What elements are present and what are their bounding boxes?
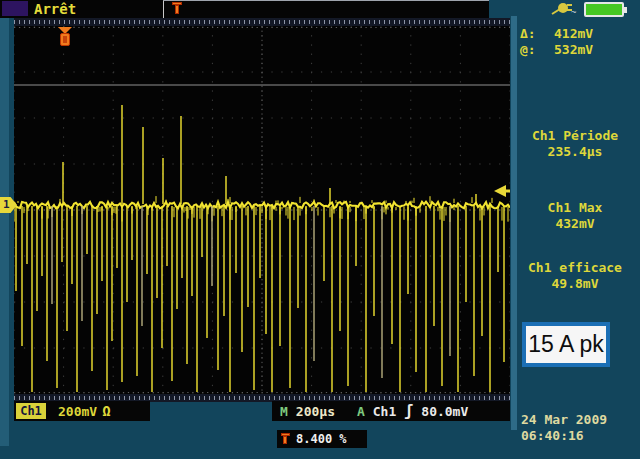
record-view-divider (163, 0, 164, 18)
bezel-edge-left (0, 14, 9, 446)
date-value: 24 Mar 2009 (521, 412, 607, 428)
measurement-period: Ch1 Période 235.4µs (512, 128, 638, 160)
horizontal-record-ruler (14, 18, 510, 26)
horizontal-trigger-readout: M 200µs A Ch1 ʃ 80.0mV (272, 401, 510, 421)
waveform-graticule (14, 26, 510, 394)
channel1-scale: 200mV (58, 404, 97, 419)
cursor-at-label: @: (516, 42, 554, 58)
trigger-level-arrow (494, 185, 506, 197)
channel1-badge: Ch1 (16, 403, 46, 419)
main-timebase-label: M (280, 404, 288, 419)
time-value: 06:40:16 (521, 428, 607, 444)
trigger-t-icon (281, 433, 291, 446)
rising-slope-icon: ʃ (404, 402, 413, 420)
channel1-readout: Ch1 200mV Ω (14, 401, 150, 421)
record-view-topline (163, 0, 489, 1)
battery-icon (584, 2, 624, 17)
measurement-value: 49.8mV (512, 276, 638, 292)
trigger-type-label: A (357, 404, 365, 419)
trigger-position-percent: 8.400 % (277, 430, 367, 448)
measurement-value: 235.4µs (512, 144, 638, 160)
cursor-readout: Δ: 412mV @: 532mV (516, 26, 636, 58)
top-status-bar: Arrêt (0, 0, 489, 18)
trigger-percent-value: 8.400 % (296, 432, 347, 446)
oscilloscope-screen: Arrêt ~ 1 Δ: 412mV @: 532mV (0, 0, 640, 459)
measurement-value: 432mV (512, 216, 638, 232)
measurement-rms: Ch1 efficace 49.8mV (512, 260, 638, 292)
measurement-max: Ch1 Max 432mV (512, 200, 638, 232)
measurement-label: Ch1 Période (512, 128, 638, 144)
cursor-delta-value: 412mV (554, 26, 593, 42)
cursor-delta-label: Δ: (516, 26, 554, 42)
measurement-label: Ch1 efficace (512, 260, 638, 276)
acquisition-status: Arrêt (34, 1, 76, 17)
trigger-record-position-icon (172, 2, 182, 15)
timebase-value: 200µs (296, 404, 335, 419)
trigger-position-marker-icon (57, 27, 73, 47)
brand-logo (2, 1, 28, 16)
channel1-coupling-ohm: Ω (102, 403, 110, 419)
svg-text:~: ~ (571, 7, 577, 17)
cursor-at-value: 532mV (554, 42, 593, 58)
measurement-label: Ch1 Max (512, 200, 638, 216)
trigger-source: Ch1 (373, 404, 396, 419)
ac-power-icon: ~ (551, 2, 579, 17)
annotation-callout: 15 A pk (522, 322, 610, 367)
datetime-display: 24 Mar 2009 06:40:16 (521, 412, 607, 444)
trigger-level-value: 80.0mV (421, 404, 468, 419)
